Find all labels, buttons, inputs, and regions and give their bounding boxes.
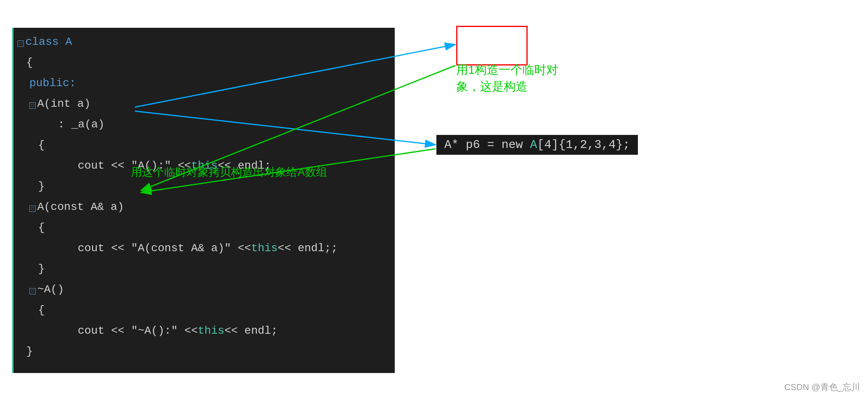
- collapse-icon-2[interactable]: □: [29, 102, 36, 109]
- collapse-icon-3[interactable]: □: [29, 206, 36, 212]
- code-text: }: [26, 341, 33, 362]
- code-text: cout << "A(const A& a)" <<: [78, 238, 251, 259]
- code-text: A(int a): [37, 94, 90, 114]
- code-line-14: {: [25, 300, 395, 321]
- collapse-icon-4[interactable]: □: [29, 288, 36, 294]
- code-text: cout << "~A():" <<: [78, 321, 198, 341]
- code-text: class A: [25, 32, 72, 52]
- code-text: : _a(a): [58, 114, 105, 135]
- code-line-2: {: [13, 52, 395, 73]
- code-line-13: □ ~A(): [25, 279, 395, 300]
- annotation-text-bottom: 用这个临时对象拷贝构造出对象给A数组: [131, 165, 327, 180]
- code-text: << endl;;: [278, 238, 338, 259]
- keyword-this-3: this: [198, 321, 224, 341]
- code-line-3: public:: [25, 73, 395, 94]
- code-line-4: □ A(int a): [25, 94, 395, 114]
- annotation-red-box: [456, 26, 528, 65]
- code-text: ~A(): [37, 279, 64, 300]
- code-line-10: {: [25, 217, 395, 238]
- code-line-16: }: [13, 341, 395, 362]
- code-text: {: [26, 52, 33, 73]
- code-content: □ class A { public: □ A(int a) : _a(a) {: [13, 28, 395, 366]
- code-line-15: cout << "~A():" << this << endl;: [65, 321, 395, 341]
- code-line-6: {: [25, 135, 395, 156]
- code-snippet: A* p6 = new A[4]{1,2,3,4};: [436, 135, 638, 155]
- watermark: CSDN @青色_忘川: [784, 381, 860, 393]
- annotation-text-top: 用1构造一个临时对象，这是构造: [456, 62, 558, 95]
- collapse-icon[interactable]: □: [17, 40, 24, 47]
- keyword-this-2: this: [251, 238, 278, 259]
- code-text: {: [38, 217, 45, 238]
- code-line-12: }: [25, 259, 395, 279]
- snippet-bracket: [4]{1,2,3,4};: [537, 138, 630, 152]
- snippet-text: A* p6 = new: [444, 138, 530, 152]
- code-text: << endl;: [225, 321, 278, 341]
- code-line-5: : _a(a): [45, 114, 395, 135]
- code-line-9: □ A(const A& a): [25, 197, 395, 217]
- code-text: A(const A& a): [37, 197, 124, 217]
- code-text: }: [38, 176, 45, 197]
- code-text: {: [38, 300, 45, 321]
- code-line-1: □ class A: [13, 32, 395, 52]
- code-text: {: [38, 135, 45, 156]
- snippet-class: A: [530, 138, 537, 152]
- code-panel: □ class A { public: □ A(int a) : _a(a) {: [12, 28, 395, 373]
- code-text: }: [38, 259, 45, 279]
- code-text: public:: [29, 73, 76, 94]
- code-line-11: cout << "A(const A& a)" << this << endl;…: [65, 238, 395, 259]
